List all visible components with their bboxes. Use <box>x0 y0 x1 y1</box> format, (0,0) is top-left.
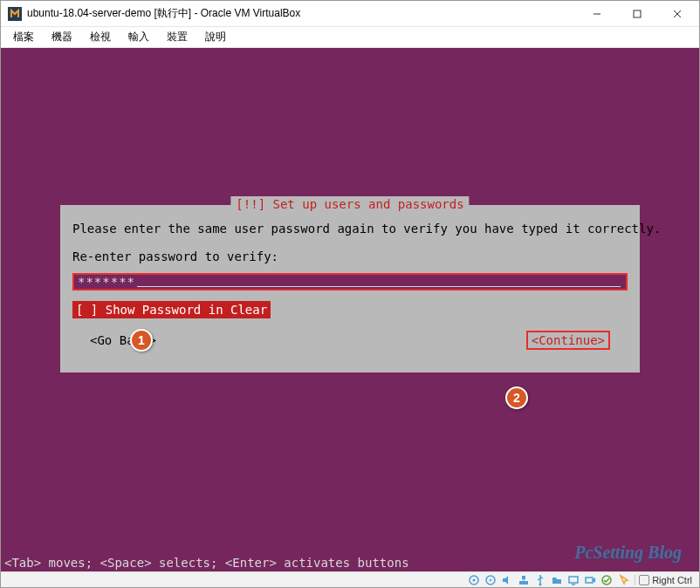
minimize-button[interactable] <box>577 1 617 27</box>
hard-disk-icon[interactable] <box>467 573 481 587</box>
dialog-instruction: Please enter the same user password agai… <box>72 221 628 236</box>
mouse-integration-icon[interactable] <box>616 573 630 587</box>
menu-machine[interactable]: 機器 <box>45 28 79 46</box>
show-password-checkbox[interactable]: [ ] Show Password in Clear <box>72 301 271 318</box>
annotation-1: 1 <box>130 329 153 352</box>
svg-rect-8 <box>519 581 528 585</box>
svg-rect-9 <box>522 576 525 579</box>
menu-input[interactable]: 輸入 <box>121 28 156 46</box>
close-button[interactable] <box>657 1 697 27</box>
keyboard-icon <box>639 575 649 585</box>
watermark: PcSetting Blog <box>574 543 682 563</box>
dialog-prompt: Re-enter password to verify: <box>72 249 628 264</box>
svg-point-6 <box>486 576 495 585</box>
password-value: ******* <box>78 274 135 290</box>
guest-additions-icon[interactable] <box>600 573 614 587</box>
dialog-title: [!!] Set up users and passwords <box>230 196 469 212</box>
svg-point-5 <box>473 579 476 582</box>
vm-statusbar: Right Ctrl <box>1 571 699 588</box>
vm-display[interactable]: [!!] Set up users and passwords Please e… <box>1 48 699 571</box>
window-titlebar: ubuntu-18.04-server-demo [執行中] - Oracle … <box>1 1 699 27</box>
recording-icon[interactable] <box>583 573 597 587</box>
maximize-button[interactable] <box>617 1 657 27</box>
svg-rect-1 <box>634 10 641 17</box>
display-icon[interactable] <box>566 573 580 587</box>
optical-disk-icon[interactable] <box>484 573 498 587</box>
svg-point-11 <box>539 584 542 586</box>
continue-button[interactable]: <Continue> <box>526 331 610 350</box>
installer-helpbar: <Tab> moves; <Space> selects; <Enter> ac… <box>1 554 409 571</box>
usb-icon[interactable] <box>533 573 547 587</box>
annotation-2: 2 <box>505 386 528 409</box>
menubar: 檔案 機器 檢視 輸入 裝置 說明 <box>1 27 699 48</box>
audio-icon[interactable] <box>500 573 514 587</box>
virtualbox-icon <box>8 7 22 21</box>
svg-rect-14 <box>586 578 593 583</box>
svg-rect-12 <box>569 577 578 583</box>
menu-view[interactable]: 檢視 <box>83 28 118 46</box>
menu-devices[interactable]: 裝置 <box>160 28 195 46</box>
shared-folders-icon[interactable] <box>550 573 564 587</box>
host-key-indicator[interactable]: Right Ctrl <box>635 575 696 585</box>
menu-help[interactable]: 說明 <box>198 28 233 46</box>
password-input[interactable]: ******* <box>72 273 628 291</box>
host-key-label: Right Ctrl <box>652 575 692 585</box>
svg-point-7 <box>490 579 491 581</box>
menu-file[interactable]: 檔案 <box>6 28 41 46</box>
network-icon[interactable] <box>517 573 531 587</box>
window-title: ubuntu-18.04-server-demo [執行中] - Oracle … <box>27 6 300 21</box>
